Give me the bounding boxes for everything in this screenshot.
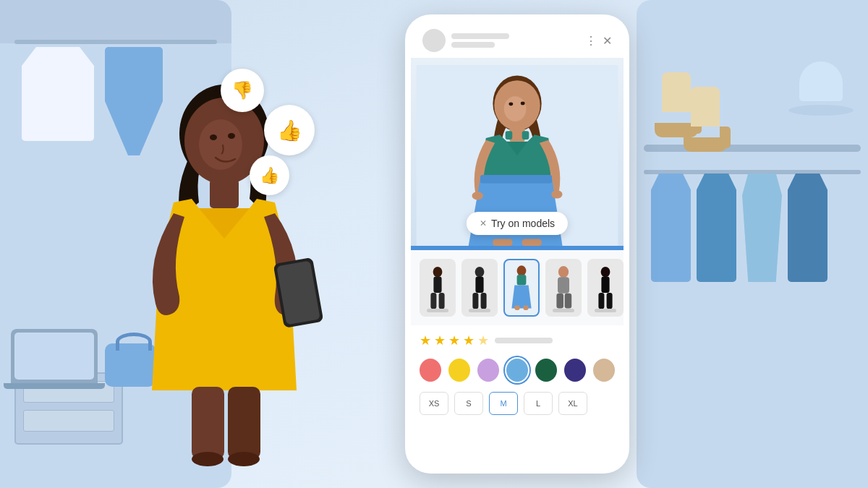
- size-selector: XS S M L XL: [411, 388, 624, 419]
- white-shirt: [22, 47, 94, 141]
- topbar-avatar: [422, 29, 446, 52]
- star-2: ★: [434, 333, 446, 348]
- topbar-icons: ⋮ ✕: [585, 34, 612, 48]
- right-clothes: [644, 174, 835, 282]
- svg-point-38: [558, 266, 569, 278]
- color-navy[interactable]: [564, 359, 586, 382]
- svg-rect-5: [210, 179, 239, 208]
- phone-topbar: ⋮ ✕: [411, 20, 624, 58]
- close-icon[interactable]: ✕: [603, 34, 612, 48]
- svg-point-34: [517, 265, 527, 275]
- model-thumb-1[interactable]: [420, 259, 456, 317]
- laptop-screen: [14, 333, 94, 380]
- svg-point-25: [551, 190, 562, 199]
- scene: 👎 👍 👍 ⋮ ✕: [0, 0, 868, 488]
- app-phone: ⋮ ✕: [405, 14, 629, 474]
- color-lavender[interactable]: [477, 359, 499, 382]
- svg-rect-31: [475, 276, 483, 292]
- boot-right: [680, 87, 731, 152]
- svg-rect-44: [598, 292, 604, 308]
- rating-bar: [495, 338, 553, 343]
- size-s[interactable]: S: [454, 392, 483, 415]
- color-dark-green[interactable]: [535, 359, 557, 382]
- color-yellow[interactable]: [448, 359, 470, 382]
- svg-rect-43: [601, 276, 609, 292]
- bubble-like-1: 👍: [264, 105, 315, 155]
- phone-inner: ⋮ ✕: [411, 20, 624, 468]
- hat: [788, 58, 854, 116]
- svg-rect-28: [430, 292, 436, 308]
- model-thumb-4[interactable]: [545, 259, 582, 317]
- size-xs[interactable]: XS: [420, 392, 448, 415]
- svg-rect-20: [522, 131, 529, 140]
- star-4: ★: [463, 333, 475, 348]
- topbar-text: [451, 33, 579, 48]
- svg-point-17: [521, 101, 525, 105]
- cloth-2: [697, 174, 736, 282]
- svg-rect-36: [514, 305, 519, 309]
- svg-rect-21: [480, 175, 552, 184]
- svg-point-3: [210, 134, 217, 140]
- topbar-line-1: [451, 33, 509, 39]
- cloth-1: [651, 174, 691, 282]
- color-blue[interactable]: [506, 359, 528, 382]
- shelf-right: [644, 145, 861, 152]
- size-xl[interactable]: XL: [558, 392, 587, 415]
- model-thumb-5[interactable]: [587, 259, 624, 317]
- svg-rect-29: [439, 292, 445, 308]
- model-thumb-3[interactable]: [503, 259, 540, 317]
- try-on-label: Try on models: [491, 218, 555, 229]
- svg-rect-37: [523, 305, 528, 309]
- svg-point-26: [433, 266, 443, 276]
- svg-point-15: [504, 96, 527, 121]
- svg-rect-41: [565, 293, 572, 308]
- svg-rect-19: [506, 131, 513, 140]
- svg-point-11: [228, 452, 260, 466]
- svg-rect-27: [433, 276, 441, 292]
- model-selector: [411, 250, 624, 325]
- svg-rect-9: [228, 387, 260, 459]
- menu-icon[interactable]: ⋮: [585, 34, 597, 48]
- svg-rect-45: [607, 292, 613, 308]
- color-selector: [411, 353, 624, 388]
- wardrobe-right: [637, 0, 868, 488]
- svg-rect-23: [522, 239, 542, 246]
- laptop: [11, 329, 98, 383]
- bubble-dislike: 👎: [221, 69, 264, 112]
- try-on-button[interactable]: ✕ Try on models: [467, 212, 568, 235]
- color-pink[interactable]: [420, 359, 441, 382]
- star-half: ★: [477, 333, 489, 348]
- bubble-like-2: 👍: [250, 155, 289, 195]
- svg-point-42: [601, 266, 610, 276]
- rating-row: ★ ★ ★ ★ ★: [411, 325, 624, 353]
- svg-rect-40: [556, 293, 563, 308]
- model-display: ✕ Try on models: [411, 58, 624, 246]
- person-svg: [87, 58, 362, 488]
- color-beige[interactable]: [593, 359, 615, 382]
- cloth-4: [788, 174, 827, 282]
- svg-point-2: [199, 119, 242, 170]
- size-m[interactable]: M: [489, 392, 518, 415]
- person-illustration: [87, 58, 362, 488]
- svg-point-24: [472, 192, 483, 200]
- cloth-3: [742, 174, 782, 282]
- svg-rect-32: [472, 292, 478, 308]
- svg-point-30: [475, 266, 485, 276]
- svg-rect-22: [493, 239, 512, 246]
- star-3: ★: [448, 333, 460, 348]
- svg-rect-33: [481, 292, 487, 308]
- svg-rect-39: [558, 277, 569, 293]
- star-1: ★: [420, 333, 431, 348]
- svg-rect-35: [517, 275, 527, 285]
- svg-point-4: [228, 133, 235, 139]
- size-l[interactable]: L: [524, 392, 553, 415]
- topbar-line-2: [451, 42, 495, 48]
- clothes-rail-left: [14, 40, 217, 44]
- model-thumb-2[interactable]: [461, 259, 498, 317]
- try-on-close-icon: ✕: [480, 218, 487, 228]
- svg-point-16: [509, 102, 513, 106]
- svg-point-10: [192, 452, 224, 466]
- svg-rect-8: [192, 387, 224, 459]
